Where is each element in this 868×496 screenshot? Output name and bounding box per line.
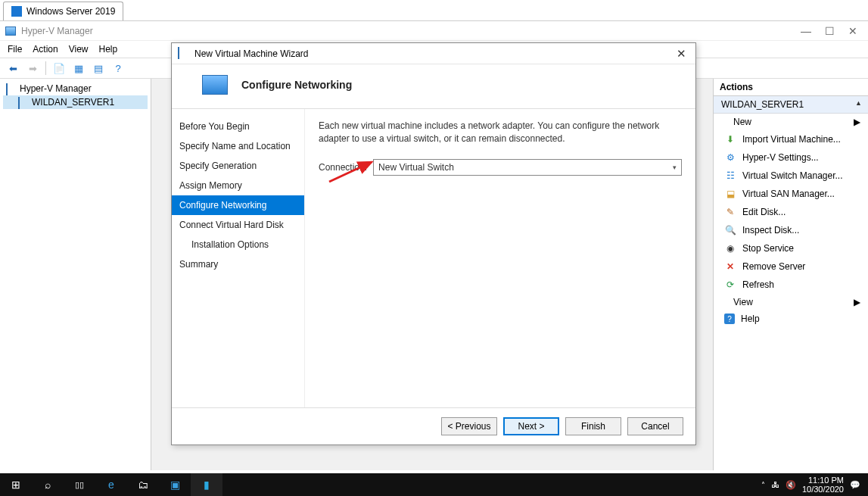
action-label: View [733,297,753,307]
wizard-close-button[interactable]: ✕ [674,47,689,61]
action-edit-disk[interactable]: ✎ Edit Disk... [714,203,868,221]
wizard-step-specify-generation[interactable]: Specify Generation [172,156,304,176]
action-new[interactable]: New ▶ [714,114,868,130]
menu-help[interactable]: Help [99,44,118,55]
action-refresh[interactable]: ⟳ Refresh [714,276,868,294]
chevron-right-icon: ▶ [854,117,860,127]
forward-button[interactable]: ➡ [24,61,41,76]
app-icon [5,26,17,36]
properties-icon[interactable]: 📄 [51,61,67,76]
wizard-step-installation-options[interactable]: Installation Options [172,235,304,254]
action-label: Remove Server [742,261,805,272]
taskbar-ie[interactable]: e [95,473,127,496]
action-label: Hyper-V Settings... [742,152,819,163]
taskbar-server-manager[interactable]: ▣ [159,473,191,496]
wizard-heading: Configure Networking [241,79,352,91]
tray-network-icon[interactable]: 🖧 [771,480,779,489]
action-label: Refresh [742,279,774,290]
stop-icon: ◉ [724,242,736,254]
help-icon[interactable]: ? [110,61,126,76]
wizard-step-summary[interactable]: Summary [172,254,304,274]
action-label: Edit Disk... [742,207,786,217]
annotation-arrow-icon [328,159,381,186]
start-button[interactable]: ⊞ [0,473,32,496]
connection-dropdown[interactable]: New Virtual Switch ▾ [373,159,682,176]
actions-header: Actions [714,79,868,96]
wizard-step-specify-name[interactable]: Specify Name and Location [172,136,304,156]
svg-line-0 [329,162,372,182]
server-icon [18,98,29,107]
wizard-step-before-you-begin[interactable]: Before You Begin [172,117,304,136]
taskbar-time: 11:10 PM [802,476,844,485]
import-icon: ⬇ [724,133,736,145]
action-stop-service[interactable]: ◉ Stop Service [714,239,868,257]
actions-group-label: WILDAN_SERVER1 [721,99,804,110]
toolbar-icon-2[interactable]: ▤ [90,61,107,76]
menu-action[interactable]: Action [33,44,58,55]
wizard-header: Configure Networking [172,64,695,109]
action-virtual-switch-manager[interactable]: ☷ Virtual Switch Manager... [714,167,868,185]
collapse-icon: ▲ [855,99,862,110]
switch-icon: ☷ [724,170,736,182]
connection-value: New Virtual Switch [378,162,454,173]
toolbar-icon-1[interactable]: ▦ [70,61,87,76]
menu-view[interactable]: View [69,44,89,55]
notifications-icon[interactable]: 💬 [850,480,860,490]
taskbar-clock[interactable]: 11:10 PM 10/30/2020 [802,476,844,494]
wizard-content: Each new virtual machine includes a netw… [305,109,695,407]
cancel-button[interactable]: Cancel [627,417,683,435]
action-inspect-disk[interactable]: 🔍 Inspect Disk... [714,221,868,239]
inspect-disk-icon: 🔍 [724,224,736,236]
action-help[interactable]: ? Help [714,310,868,327]
browser-tab-label: Windows Server 2019 [26,6,115,17]
wizard-header-icon [202,75,228,95]
next-button[interactable]: Next > [503,417,559,435]
browser-tab[interactable]: Windows Server 2019 [3,2,123,20]
wizard-titlebar: New Virtual Machine Wizard ✕ [172,43,695,64]
search-button[interactable]: ⌕ [32,473,64,496]
minimize-button[interactable]: — [801,25,811,37]
wizard-step-assign-memory[interactable]: Assign Memory [172,176,304,195]
action-label: Import Virtual Machine... [742,134,841,145]
tab-icon [11,6,22,17]
tree-root[interactable]: Hyper-V Manager [3,82,148,95]
action-label: Stop Service [742,243,794,254]
action-hyperv-settings[interactable]: ⚙ Hyper-V Settings... [714,148,868,167]
menu-file[interactable]: File [8,44,22,55]
wizard-buttons: < Previous Next > Finish Cancel [172,407,695,445]
wizard-icon [178,48,190,60]
taskbar-left: ⊞ ⌕ ▯▯ e 🗂 ▣ ▮ [0,473,222,496]
taskbar-explorer[interactable]: 🗂 [127,473,159,496]
wizard-title: New Virtual Machine Wizard [194,48,674,59]
close-button[interactable]: ✕ [848,25,857,37]
toolbar-separator [45,61,46,75]
action-import-vm[interactable]: ⬇ Import Virtual Machine... [714,130,868,148]
finish-button[interactable]: Finish [565,417,621,435]
taskview-button[interactable]: ▯▯ [64,473,95,496]
taskbar-hyperv[interactable]: ▮ [191,473,222,496]
chevron-down-icon: ▾ [673,164,677,171]
actions-group-header[interactable]: WILDAN_SERVER1 ▲ [714,96,868,114]
action-virtual-san-manager[interactable]: ⬓ Virtual SAN Manager... [714,185,868,203]
app-titlebar: Hyper-V Manager — ☐ ✕ [0,21,868,41]
remove-icon: ✕ [724,260,736,273]
action-remove-server[interactable]: ✕ Remove Server [714,257,868,276]
maximize-button[interactable]: ☐ [825,25,835,37]
wizard-description: Each new virtual machine includes a netw… [319,120,682,145]
wizard-body: Before You Begin Specify Name and Locati… [172,109,695,407]
wizard-step-configure-networking[interactable]: Configure Networking [172,195,304,215]
tree-server[interactable]: WILDAN_SERVER1 [3,95,148,109]
edit-disk-icon: ✎ [724,206,736,218]
wizard-step-connect-vhd[interactable]: Connect Virtual Hard Disk [172,215,304,235]
previous-button[interactable]: < Previous [441,417,497,435]
tree-root-label: Hyper-V Manager [20,83,92,94]
wizard-dialog: New Virtual Machine Wizard ✕ Configure N… [171,42,696,445]
tray-sound-icon[interactable]: 🔇 [786,480,796,490]
tray-up-icon[interactable]: ˄ [761,481,765,489]
action-view[interactable]: View ▶ [714,294,868,310]
actions-panel: Actions WILDAN_SERVER1 ▲ New ▶ ⬇ Import … [713,79,868,470]
back-button[interactable]: ⬅ [5,61,21,76]
chevron-right-icon: ▶ [854,297,860,307]
browser-tab-bar: Windows Server 2019 [0,0,868,21]
tree-server-label: WILDAN_SERVER1 [32,97,114,108]
